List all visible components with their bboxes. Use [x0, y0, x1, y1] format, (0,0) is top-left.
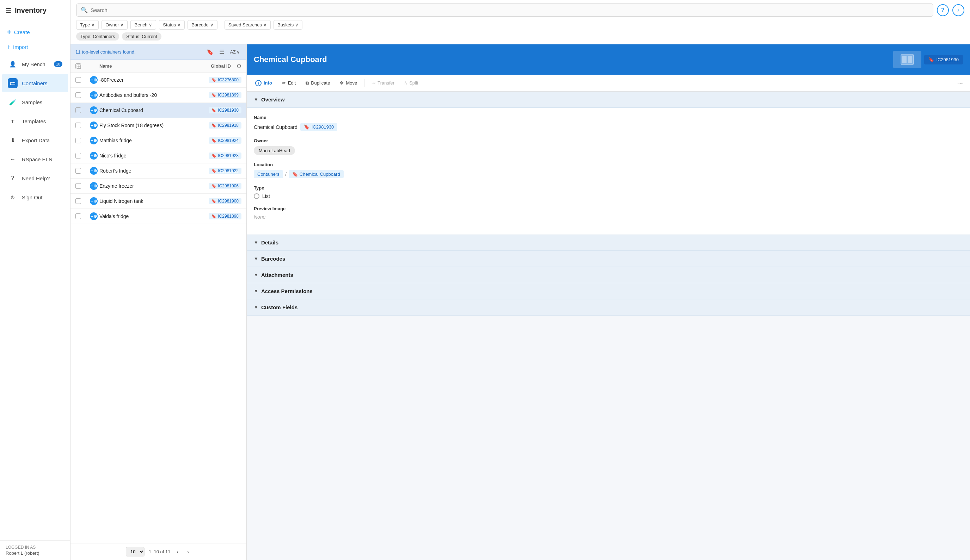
bookmark-button[interactable]: 🔖 — [205, 48, 215, 56]
row-id: 🔖 IC2981930 — [196, 107, 241, 113]
sort-button[interactable]: AZ ∨ — [228, 48, 241, 55]
chevron-icon: ▼ — [254, 288, 258, 294]
active-tag-status[interactable]: Status: Current — [122, 32, 161, 40]
row-name: Liquid Nitrogen tank — [99, 198, 196, 204]
detail-thumbnail — [893, 51, 922, 68]
sidebar-item-need-help[interactable]: ? Need Help? — [2, 169, 68, 187]
user-info: Robert L (robert) — [6, 550, 65, 556]
search-box[interactable]: 🔍 — [76, 3, 933, 17]
more-actions-button[interactable]: ··· — [954, 77, 966, 88]
details-label: Details — [261, 240, 278, 245]
sidebar-item-my-bench[interactable]: 👤 My Bench 10 — [2, 55, 68, 73]
select-all-checkbox[interactable]: ⊞ — [75, 63, 81, 69]
filter-owner[interactable]: Owner ∨ — [102, 20, 127, 30]
sidebar-item-containers[interactable]: 🗃 Containers — [2, 74, 68, 92]
type-label: Type — [254, 185, 963, 190]
import-button[interactable]: ↑ Import — [0, 40, 70, 54]
sidebar-item-rspace-eln[interactable]: ← RSpace ELN — [2, 150, 68, 168]
list-item[interactable]: ⊕ Liquid Nitrogen tank 🔖 IC2981900 — [70, 194, 246, 209]
per-page-select[interactable]: 10 25 50 — [126, 547, 144, 557]
filter-row: Type ∨ Owner ∨ Bench ∨ Status ∨ Barcode … — [76, 20, 964, 32]
location-chemical-cupboard[interactable]: 🔖 Chemical Cupboard — [289, 170, 344, 178]
menu-icon[interactable]: ☰ — [6, 7, 11, 15]
custom-fields-section-header[interactable]: ▼ Custom Fields — [247, 299, 970, 315]
row-checkbox[interactable] — [75, 107, 81, 113]
row-name: Antibodies and buffers -20 — [99, 92, 196, 98]
list-header: 11 top-level containers found. 🔖 ☰ AZ ∨ — [70, 44, 246, 60]
move-button[interactable]: ✥ Move — [336, 78, 361, 88]
search-input[interactable] — [90, 7, 929, 13]
help-button[interactable]: ? — [937, 4, 949, 16]
table-header: ⊞ Name Global ID ⚙ — [70, 60, 246, 73]
barcode-icon: 🔖 — [211, 153, 216, 158]
row-checkbox[interactable] — [75, 123, 81, 128]
access-permissions-section-header[interactable]: ▼ Access Permissions — [247, 283, 970, 299]
split-button[interactable]: ⑃ Split — [400, 78, 422, 88]
details-section-header[interactable]: ▼ Details — [247, 235, 970, 251]
row-id: 🔖 IC2981899 — [196, 92, 241, 98]
list-item[interactable]: ⊕ Chemical Cupboard 🔖 IC2981930 — [70, 103, 246, 118]
baskets-button[interactable]: Baskets ∨ — [274, 20, 303, 30]
prev-page-button[interactable]: ‹ — [174, 548, 181, 556]
action-bar: i Info ✏ Edit ⧉ Duplicate ✥ Move ⇥ — [247, 75, 970, 92]
search-area: 🔍 ? › Type ∨ Owner ∨ Bench ∨ Status ∨ — [70, 0, 970, 44]
list-item[interactable]: ⊕ Robert's fridge 🔖 IC2981922 — [70, 163, 246, 178]
barcodes-section-header[interactable]: ▼ Barcodes — [247, 251, 970, 267]
row-icon: ⊕ — [88, 107, 99, 114]
column-settings-button[interactable]: ⚙ — [236, 63, 241, 69]
overview-section-header[interactable]: ▼ Overview — [247, 92, 970, 108]
saved-searches-button[interactable]: Saved Searches ∨ — [224, 20, 271, 30]
sidebar-item-samples[interactable]: 🧪 Samples — [2, 93, 68, 111]
info-button[interactable]: i Info — [251, 78, 276, 88]
list-item[interactable]: ⊕ Matthias fridge 🔖 IC2981924 — [70, 133, 246, 148]
row-icon: ⊕ — [88, 137, 99, 144]
attachments-section-header[interactable]: ▼ Attachments — [247, 267, 970, 283]
create-button[interactable]: + Create — [0, 25, 70, 40]
row-id: 🔖 IC2981924 — [196, 137, 241, 144]
next-page-button[interactable]: › — [185, 548, 191, 556]
filter-type[interactable]: Type ∨ — [76, 20, 99, 30]
list-item[interactable]: ⊕ Fly Stock Room (18 degrees) 🔖 IC298191… — [70, 118, 246, 133]
list-item[interactable]: ⊕ Enzyme freezer 🔖 IC2981906 — [70, 178, 246, 194]
containers-icon: 🗃 — [8, 78, 18, 88]
create-icon: + — [7, 28, 11, 36]
search-icon: 🔍 — [81, 7, 88, 13]
edit-button[interactable]: ✏ Edit — [278, 78, 300, 88]
location-containers[interactable]: Containers — [254, 170, 283, 178]
row-checkbox[interactable] — [75, 77, 81, 83]
list-item[interactable]: ⊕ -80Freezer 🔖 IC3276800 — [70, 73, 246, 88]
row-checkbox[interactable] — [75, 213, 81, 219]
container-icon: ⊕ — [90, 107, 98, 114]
id-value: IC2981930 — [218, 108, 239, 113]
row-checkbox[interactable] — [75, 92, 81, 98]
type-value: List — [262, 193, 270, 199]
col-name: Name — [99, 63, 185, 69]
duplicate-button[interactable]: ⧉ Duplicate — [301, 78, 334, 88]
sidebar-item-sign-out[interactable]: ⎋ Sign Out — [2, 188, 68, 207]
list-item[interactable]: ⊕ Vaida's fridge 🔖 IC2981898 — [70, 209, 246, 224]
row-checkbox[interactable] — [75, 198, 81, 204]
filter-status[interactable]: Status ∨ — [159, 20, 185, 30]
row-checkbox[interactable] — [75, 138, 81, 143]
sidebar-item-label: My Bench — [22, 61, 45, 67]
transfer-button[interactable]: ⇥ Transfer — [367, 78, 399, 88]
sidebar-item-templates[interactable]: T Templates — [2, 112, 68, 130]
row-checkbox[interactable] — [75, 183, 81, 189]
nav-forward-button[interactable]: › — [952, 4, 964, 16]
list-item[interactable]: ⊕ Nico's fridge 🔖 IC2981923 — [70, 148, 246, 163]
filter-bench[interactable]: Bench ∨ — [130, 20, 156, 30]
help-icon: ? — [8, 173, 18, 183]
id-badge: 🔖 IC2981922 — [209, 168, 241, 174]
row-checkbox[interactable] — [75, 153, 81, 158]
view-toggle-button[interactable]: ☰ — [218, 48, 226, 56]
row-name: Matthias fridge — [99, 138, 196, 143]
row-checkbox[interactable] — [75, 168, 81, 173]
detail-body: ▼ Overview Name Chemical Cupboard 🔖 IC29… — [247, 92, 970, 560]
list-item[interactable]: ⊕ Antibodies and buffers -20 🔖 IC2981899 — [70, 88, 246, 103]
id-value: IC3276800 — [218, 77, 239, 82]
id-badge: 🔖 IC2981900 — [209, 198, 241, 204]
location-icon: 🔖 — [292, 172, 298, 177]
sidebar-item-export-data[interactable]: ⬇ Export Data — [2, 131, 68, 149]
active-tag-type[interactable]: Type: Containers — [76, 32, 119, 40]
filter-barcode[interactable]: Barcode ∨ — [187, 20, 217, 30]
